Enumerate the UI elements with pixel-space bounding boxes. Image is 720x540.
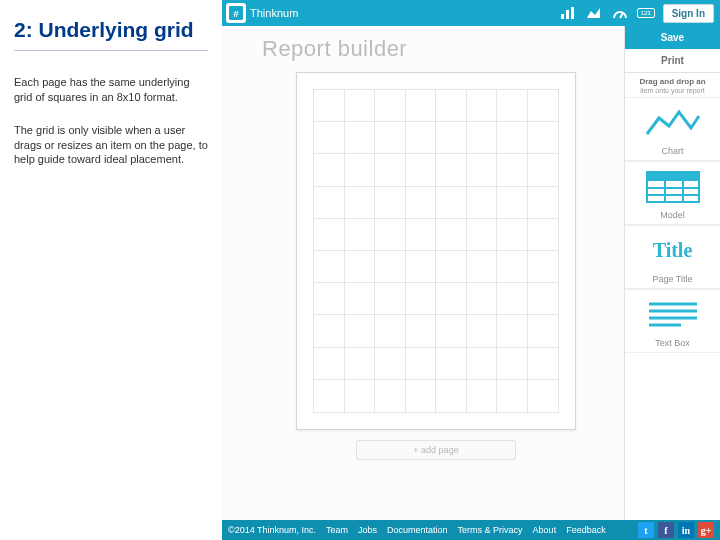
svg-rect-4 [571,7,574,19]
table-icon [643,168,703,206]
app-topbar: # Thinknum 123 Sign In [222,0,720,26]
slide-title: 2: Underlying grid [14,18,208,51]
footer-copyright: ©2014 Thinknum, Inc. [228,525,316,535]
slide-paragraph: The grid is only visible when a user dra… [14,123,208,168]
footer-link[interactable]: Team [326,525,348,535]
nav-bar-chart-icon[interactable] [559,5,577,21]
widget-sidebar: Save Print Drag and drop an item onto yo… [624,26,720,520]
nav-count-badge[interactable]: 123 [637,8,655,18]
widget-label: Model [625,210,720,220]
slide-paragraph: Each page has the same underlying grid o… [14,75,208,105]
brand-name: Thinknum [250,7,298,19]
add-page-button[interactable]: + add page [356,440,516,460]
brand[interactable]: # Thinknum [222,3,298,23]
svg-rect-7 [647,172,699,181]
widget-label: Chart [625,146,720,156]
app-footer: ©2014 Thinknum, Inc. Team Jobs Documenta… [222,520,720,540]
svg-rect-2 [561,14,564,19]
google-plus-icon[interactable]: g+ [698,522,714,538]
twitter-icon[interactable]: t [638,522,654,538]
footer-link[interactable]: Feedback [566,525,606,535]
social-links: t f in g+ [638,522,714,538]
nav-area-chart-icon[interactable] [585,5,603,21]
svg-text:#: # [233,8,239,19]
footer-link[interactable]: Terms & Privacy [458,525,523,535]
signin-button[interactable]: Sign In [663,4,714,23]
hash-icon: # [226,3,246,23]
widget-label: Text Box [625,338,720,348]
footer-link[interactable]: Documentation [387,525,448,535]
line-chart-icon [643,104,703,142]
sidebar-hint: Drag and drop an item onto your report [625,73,720,97]
facebook-icon[interactable]: f [658,522,674,538]
slide-text-column: 2: Underlying grid Each page has the sam… [0,0,222,540]
nav-gauge-icon[interactable] [611,5,629,21]
widget-text-box[interactable]: Text Box [625,289,720,353]
underlying-grid [314,90,558,412]
print-button[interactable]: Print [625,49,720,73]
svg-rect-3 [566,10,569,19]
footer-link[interactable]: About [533,525,557,535]
svg-line-5 [620,13,623,18]
text-lines-icon [643,296,703,334]
save-button[interactable]: Save [625,26,720,49]
footer-link[interactable]: Jobs [358,525,377,535]
widget-label: Page Title [625,274,720,284]
title-icon: Title [643,232,703,270]
widget-page-title[interactable]: Title Page Title [625,225,720,289]
linkedin-icon[interactable]: in [678,522,694,538]
app-screenshot: # Thinknum 123 Sign In Report builder [222,0,720,540]
widget-chart[interactable]: Chart [625,97,720,161]
page-title: Report builder [262,36,610,62]
widget-model[interactable]: Model [625,161,720,225]
report-page-canvas[interactable] [296,72,576,430]
